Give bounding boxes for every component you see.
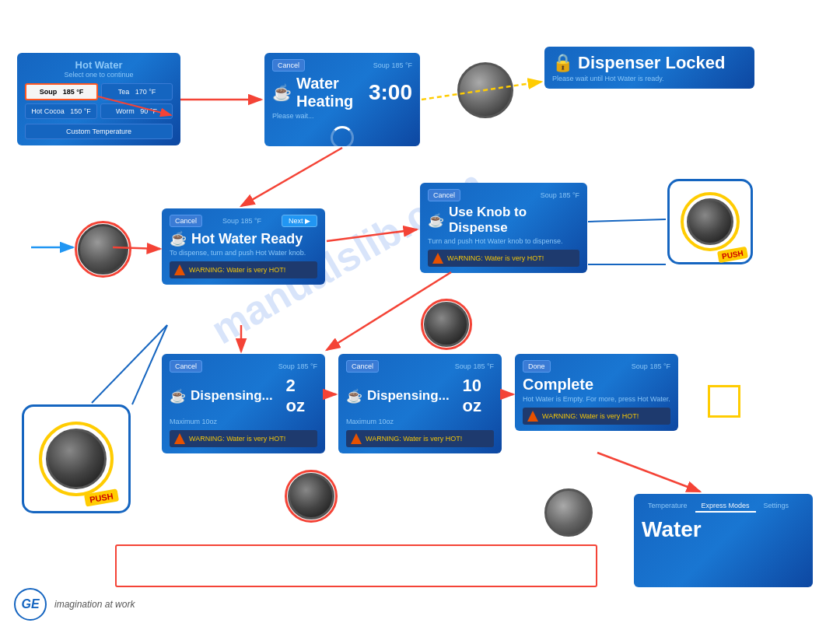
disp10-cancel-btn[interactable]: Cancel bbox=[346, 360, 379, 373]
red-rect-bottom bbox=[115, 544, 597, 587]
complete-warning: WARNING: Water is very HOT! bbox=[523, 408, 670, 425]
locked-title: 🔒Dispenser Locked bbox=[552, 53, 747, 73]
disp2-warning: WARNING: Water is very HOT! bbox=[170, 430, 317, 447]
knob-small-left bbox=[78, 224, 128, 275]
heating-spinner bbox=[331, 126, 354, 149]
knob-photo-top bbox=[457, 62, 513, 118]
knob-bottom-right bbox=[544, 488, 593, 537]
heating-mode: Soup 185 °F bbox=[373, 61, 412, 69]
screen-dispensing2: Cancel Soup 185 °F ☕Dispensing... 2 oz M… bbox=[162, 354, 325, 453]
tab-express-modes[interactable]: Express Modes bbox=[695, 500, 756, 513]
custom-temp-button[interactable]: Custom Temperature bbox=[25, 124, 173, 139]
screen-final: Temperature Express Modes Settings Water bbox=[634, 494, 813, 587]
ready-title: ☕Hot Water Ready bbox=[170, 230, 317, 247]
disp10-subtitle: Maximum 10oz bbox=[346, 418, 494, 425]
knob-cancel-btn[interactable]: Cancel bbox=[428, 189, 460, 201]
heating-cancel-btn[interactable]: Cancel bbox=[272, 59, 305, 72]
disp2-subtitle: Maximum 10oz bbox=[170, 418, 317, 425]
screen-ready: Cancel Soup 185 °F Next ▶ ☕Hot Water Rea… bbox=[162, 208, 325, 285]
knob-title: ☕Use Knob to Dispense bbox=[428, 205, 579, 236]
ready-subtitle: To dispense, turn and push Hot Water kno… bbox=[170, 249, 317, 257]
yellow-square bbox=[708, 385, 740, 418]
screen-select: Hot Water Select one to continue Soup 18… bbox=[17, 53, 180, 145]
knob-mode: Soup 185 °F bbox=[541, 191, 579, 199]
heating-title: ☕Water Heating 3:00 bbox=[272, 75, 412, 110]
heating-subtitle: Please wait... bbox=[272, 112, 412, 120]
option-tea[interactable]: Tea 170 °F bbox=[101, 83, 173, 100]
tab-settings[interactable]: Settings bbox=[758, 500, 796, 513]
ready-mode: Soup 185 °F bbox=[222, 217, 261, 225]
complete-done-btn[interactable]: Done bbox=[523, 360, 551, 373]
option-soup[interactable]: Soup 185 °F bbox=[25, 83, 98, 100]
knob-subtitle: Turn and push Hot Water knob to dispense… bbox=[428, 237, 579, 245]
complete-title: Complete bbox=[523, 376, 670, 394]
complete-subtitle: Hot Water is Empty. For more, press Hot … bbox=[523, 395, 670, 403]
screen-dispensing10: Cancel Soup 185 °F ☕Dispensing... 10 oz … bbox=[338, 354, 502, 453]
ge-logo: GE imagination at work bbox=[14, 588, 135, 621]
final-tabs: Temperature Express Modes Settings bbox=[642, 500, 805, 513]
locked-subtitle: Please wait until Hot Water is ready. bbox=[552, 75, 747, 82]
arrow-heating-to-ready bbox=[241, 148, 342, 206]
option-hotcocoa[interactable]: Hot Cocoa 150 °F bbox=[25, 103, 97, 119]
option-worm[interactable]: Worm 90 °F bbox=[100, 103, 173, 119]
screen-heating: Cancel Soup 185 °F ☕Water Heating 3:00 P… bbox=[264, 53, 420, 146]
select-subtitle: Select one to continue bbox=[25, 71, 173, 79]
ready-cancel-btn[interactable]: Cancel bbox=[170, 215, 202, 227]
knob-bottom-center bbox=[288, 473, 334, 520]
ge-icon: GE bbox=[14, 588, 47, 621]
push-box-right: PUSH bbox=[667, 179, 753, 264]
final-water-title: Water bbox=[642, 517, 805, 542]
arrow-complete-to-final bbox=[597, 453, 700, 492]
tab-temperature[interactable]: Temperature bbox=[642, 500, 694, 513]
push-box-left: PUSH bbox=[22, 404, 131, 513]
line-knob-to-pushright-1 bbox=[588, 219, 666, 222]
disp2-mode: Soup 185 °F bbox=[278, 362, 317, 370]
disp10-warning: WARNING: Water is very HOT! bbox=[346, 430, 494, 447]
complete-mode: Soup 185 °F bbox=[632, 362, 670, 370]
ready-next-btn[interactable]: Next ▶ bbox=[282, 215, 317, 227]
push-label-right: PUSH bbox=[717, 247, 748, 263]
screen-locked: 🔒Dispenser Locked Please wait until Hot … bbox=[544, 47, 754, 89]
disp2-title: ☕Dispensing... 2 oz bbox=[170, 376, 317, 416]
disp2-cancel-btn[interactable]: Cancel bbox=[170, 360, 202, 373]
screen-knob: Cancel Soup 185 °F ☕Use Knob to Dispense… bbox=[420, 183, 587, 273]
disp10-title: ☕Dispensing... 10 oz bbox=[346, 376, 494, 416]
screen-complete: Done Soup 185 °F Complete Hot Water is E… bbox=[515, 354, 678, 431]
disp10-mode: Soup 185 °F bbox=[455, 362, 494, 370]
ge-tagline: imagination at work bbox=[54, 599, 135, 610]
knob-warning: WARNING: Water is very HOT! bbox=[428, 250, 579, 267]
arrow-ready-to-knob bbox=[327, 229, 417, 241]
select-title: Hot Water bbox=[25, 59, 173, 71]
knob-mid-center bbox=[424, 302, 469, 347]
ready-warning: WARNING: Water is very HOT! bbox=[170, 261, 317, 278]
line-ready-to-pushleft bbox=[92, 325, 167, 403]
